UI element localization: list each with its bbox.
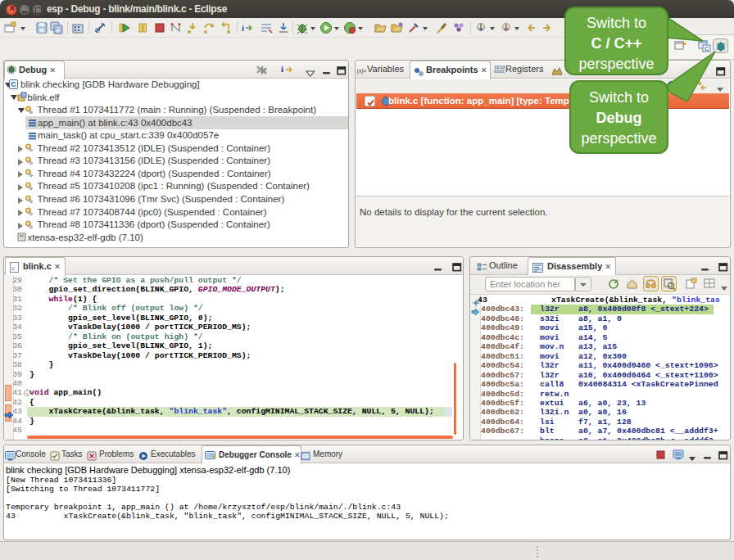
svg-text:c: c xyxy=(12,264,16,272)
